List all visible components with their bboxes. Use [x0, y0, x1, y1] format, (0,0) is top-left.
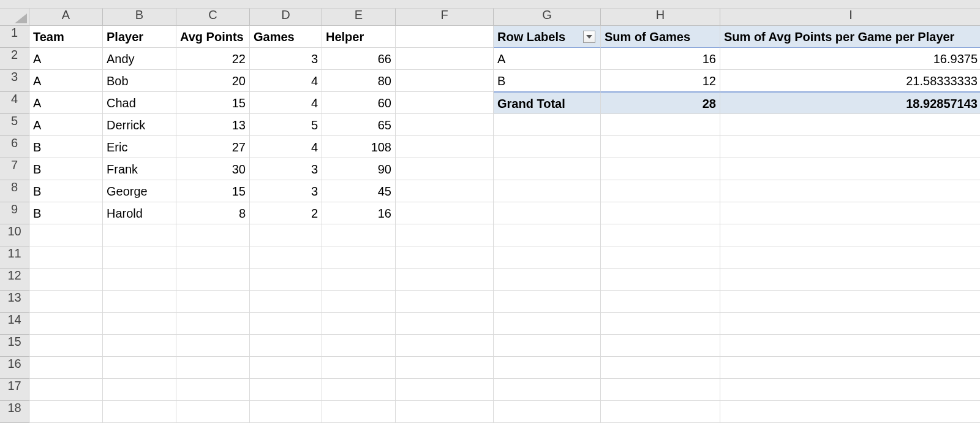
cell[interactable] [396, 335, 494, 357]
cell[interactable] [103, 379, 176, 401]
cell[interactable] [720, 269, 980, 291]
cell[interactable] [250, 379, 322, 401]
cell[interactable] [250, 357, 322, 379]
cell[interactable]: 3 [250, 48, 322, 70]
cell[interactable] [322, 269, 396, 291]
cell[interactable] [494, 180, 601, 202]
cell[interactable] [601, 401, 720, 423]
column-header-A[interactable]: A [29, 9, 103, 26]
cell[interactable] [396, 291, 494, 313]
cell[interactable] [601, 269, 720, 291]
column-header-E[interactable]: E [322, 9, 396, 26]
row-header-13[interactable]: 13 [0, 291, 29, 313]
pivot-header-sum-games[interactable]: Sum of Games [601, 26, 720, 48]
cell[interactable]: 5 [250, 114, 322, 136]
cell[interactable] [322, 379, 396, 401]
cell[interactable] [250, 401, 322, 423]
cell[interactable]: 27 [176, 136, 250, 158]
cell[interactable] [720, 180, 980, 202]
cell[interactable]: 3 [250, 158, 322, 180]
cell[interactable] [601, 379, 720, 401]
cell[interactable]: 16 [322, 202, 396, 224]
cell[interactable] [601, 224, 720, 246]
cell[interactable] [396, 224, 494, 246]
cell[interactable] [494, 202, 601, 224]
cell[interactable] [720, 291, 980, 313]
cell[interactable] [494, 246, 601, 269]
cell[interactable] [103, 224, 176, 246]
cell[interactable]: 21.58333333 [720, 70, 980, 92]
cell[interactable]: Chad [103, 92, 176, 114]
cell[interactable] [250, 335, 322, 357]
row-header-6[interactable]: 6 [0, 136, 29, 158]
cell[interactable]: B [29, 180, 103, 202]
cell[interactable]: 45 [322, 180, 396, 202]
cell[interactable] [720, 158, 980, 180]
cell[interactable]: A [29, 114, 103, 136]
cell[interactable] [494, 401, 601, 423]
cell[interactable] [103, 246, 176, 269]
cell[interactable] [494, 158, 601, 180]
cell[interactable] [396, 158, 494, 180]
column-header-H[interactable]: H [601, 9, 720, 26]
cell[interactable] [176, 269, 250, 291]
cell[interactable] [601, 114, 720, 136]
cell[interactable]: 16 [601, 48, 720, 70]
cell[interactable] [494, 335, 601, 357]
row-header-18[interactable]: 18 [0, 401, 29, 423]
row-header-10[interactable]: 10 [0, 224, 29, 246]
cell[interactable] [29, 357, 103, 379]
cell[interactable] [176, 313, 250, 335]
cell[interactable]: 66 [322, 48, 396, 70]
cell[interactable] [601, 136, 720, 158]
cell[interactable] [103, 313, 176, 335]
cell[interactable] [103, 357, 176, 379]
cell[interactable] [176, 335, 250, 357]
cell[interactable] [601, 335, 720, 357]
cell[interactable] [720, 335, 980, 357]
cell[interactable]: 20 [176, 70, 250, 92]
pivot-row-label[interactable]: B [494, 70, 601, 92]
cell[interactable] [396, 246, 494, 269]
cell[interactable] [396, 313, 494, 335]
cell[interactable] [396, 269, 494, 291]
cell[interactable]: 4 [250, 92, 322, 114]
row-header-12[interactable]: 12 [0, 269, 29, 291]
cell[interactable] [250, 246, 322, 269]
cell[interactable]: 108 [322, 136, 396, 158]
column-header-B[interactable]: B [103, 9, 176, 26]
column-header-I[interactable]: I [720, 9, 980, 26]
row-header-8[interactable]: 8 [0, 180, 29, 202]
cell[interactable] [396, 357, 494, 379]
cell[interactable] [322, 335, 396, 357]
cell[interactable]: 80 [322, 70, 396, 92]
cell[interactable] [176, 401, 250, 423]
cell[interactable] [250, 291, 322, 313]
cell[interactable]: 16.9375 [720, 48, 980, 70]
cell[interactable] [322, 357, 396, 379]
cell[interactable]: 15 [176, 180, 250, 202]
cell[interactable] [720, 224, 980, 246]
cell[interactable]: B [29, 136, 103, 158]
pivot-row-label[interactable]: A [494, 48, 601, 70]
cell[interactable]: 2 [250, 202, 322, 224]
cell[interactable] [29, 313, 103, 335]
row-header-5[interactable]: 5 [0, 114, 29, 136]
cell[interactable]: 13 [176, 114, 250, 136]
cell[interactable] [494, 313, 601, 335]
column-header-D[interactable]: D [250, 9, 322, 26]
cell[interactable] [396, 48, 494, 70]
cell[interactable] [720, 136, 980, 158]
cell[interactable] [322, 401, 396, 423]
cell[interactable] [396, 114, 494, 136]
cell[interactable]: A [29, 48, 103, 70]
cell[interactable]: 90 [322, 158, 396, 180]
cell[interactable]: 60 [322, 92, 396, 114]
cell[interactable] [250, 269, 322, 291]
pivot-grand-total-label[interactable]: Grand Total [494, 92, 601, 114]
row-header-1[interactable]: 1 [0, 26, 29, 48]
cell[interactable] [396, 180, 494, 202]
row-header-7[interactable]: 7 [0, 158, 29, 180]
cell[interactable] [322, 291, 396, 313]
cell[interactable] [176, 224, 250, 246]
